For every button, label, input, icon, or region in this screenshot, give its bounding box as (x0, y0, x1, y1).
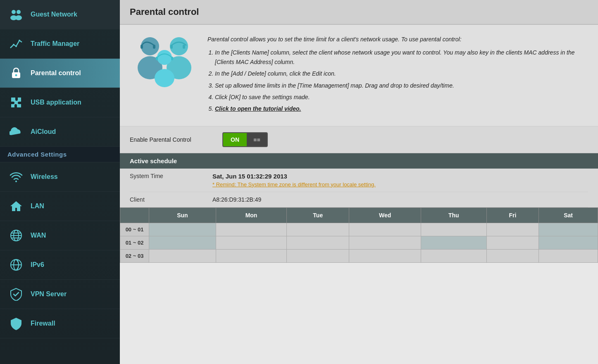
schedule-cell[interactable] (539, 236, 598, 249)
time-label: 00 ~ 01 (120, 223, 149, 236)
enable-control-row: Enable Parental Control ON ■■ (120, 126, 598, 153)
puzzle-icon (7, 94, 25, 111)
page-title: Parental control (120, 0, 598, 25)
table-row: 02 ~ 03 (120, 249, 598, 262)
sidebar-item-label: Traffic Manager (31, 40, 79, 48)
svg-point-5 (15, 45, 17, 47)
day-header-row: Sun Mon Tue Wed Thu Fri Sat (120, 207, 598, 223)
sidebar-item-guest-network[interactable]: Guest Network (0, 0, 120, 29)
steps-list: In the [Clients Name] column, select the… (215, 48, 586, 113)
schedule-header: Active schedule (120, 153, 598, 169)
toggle-switch[interactable]: ON ■■ (222, 132, 268, 147)
sidebar-item-usb-application[interactable]: USB application (0, 88, 120, 117)
schedule-section: Active schedule System Time Sat, Jun 15 … (120, 153, 598, 263)
toggle-off[interactable]: ■■ (247, 133, 267, 146)
sidebar-item-label: AiCloud (31, 128, 56, 136)
schedule-cell[interactable] (421, 236, 486, 249)
schedule-cell[interactable] (421, 223, 486, 236)
sidebar-item-label: IPv6 (31, 261, 44, 269)
svg-point-6 (19, 40, 20, 41)
table-row: 01 ~ 02 (120, 236, 598, 249)
description-intro: Parental control allows you to set the t… (207, 35, 586, 44)
sidebar-item-label: Firewall (31, 320, 55, 327)
sidebar-item-label: WAN (31, 232, 46, 239)
wed-header: Wed (349, 207, 421, 223)
schedule-cell[interactable] (539, 223, 598, 236)
schedule-info: System Time Sat, Jun 15 01:32:29 2013 * … (120, 169, 598, 207)
schedule-cell[interactable] (349, 223, 421, 236)
sidebar-item-aicloud[interactable]: AiCloud (0, 117, 120, 147)
time-header (120, 207, 149, 223)
sidebar-item-label: Guest Network (31, 11, 77, 18)
schedule-cell[interactable] (486, 236, 539, 249)
svg-point-23 (155, 69, 174, 87)
enable-label: Enable Parental Control (130, 136, 212, 143)
sidebar-item-lan[interactable]: LAN (0, 192, 120, 221)
toggle-on[interactable]: ON (223, 133, 247, 146)
sidebar-item-wireless[interactable]: Wireless (0, 162, 120, 192)
shield-icon (7, 315, 25, 332)
schedule-cell[interactable] (349, 236, 421, 249)
sidebar-item-label: LAN (31, 202, 44, 210)
svg-point-18 (141, 37, 159, 55)
schedule-cell[interactable] (287, 236, 349, 249)
client-label: Client (130, 196, 212, 203)
client-row: Client A8:26:D9:31:2B:49 (130, 192, 588, 207)
sun-header: Sun (149, 207, 216, 223)
schedule-grid: Sun Mon Tue Wed Thu Fri Sat 00 ~ 0101 ~ … (120, 207, 598, 263)
schedule-cell[interactable] (349, 249, 421, 262)
svg-rect-27 (183, 45, 185, 49)
schedule-cell[interactable] (216, 223, 286, 236)
sidebar-item-wan[interactable]: WAN (0, 221, 120, 250)
system-time-row: System Time Sat, Jun 15 01:32:29 2013 * … (130, 169, 588, 192)
system-time-value: Sat, Jun 15 01:32:29 2013 * Remind: The … (212, 173, 588, 188)
thu-header: Thu (421, 207, 486, 223)
svg-point-22 (157, 50, 172, 65)
schedule-cell[interactable] (421, 249, 486, 262)
home-icon (7, 197, 25, 215)
svg-point-3 (15, 15, 22, 20)
schedule-cell[interactable] (149, 236, 216, 249)
svg-point-8 (15, 74, 17, 76)
time-label: 01 ~ 02 (120, 236, 149, 249)
schedule-cell[interactable] (287, 223, 349, 236)
system-time-display: Sat, Jun 15 01:32:29 2013 (212, 173, 588, 180)
sidebar-item-vpn-server[interactable]: VPN Server (0, 280, 120, 309)
time-label: 02 ~ 03 (120, 249, 149, 262)
step-4: Click [OK] to save the settings made. (215, 93, 586, 102)
system-time-label: System Time (130, 173, 212, 179)
tue-header: Tue (287, 207, 349, 223)
sidebar-item-parental-control[interactable]: Parental control (0, 59, 120, 88)
sidebar-item-label: USB application (31, 99, 81, 106)
sidebar-item-label: Wireless (31, 173, 58, 181)
step-5[interactable]: Click to open the tutorial video. (215, 104, 586, 113)
wifi-icon (7, 168, 25, 186)
description-text: Parental control allows you to set the t… (207, 35, 586, 116)
sidebar-item-ipv6[interactable]: IPv6 (0, 250, 120, 280)
schedule-cell[interactable] (149, 223, 216, 236)
parental-control-image (131, 35, 198, 88)
svg-rect-26 (170, 45, 173, 49)
sat-header: Sat (539, 207, 598, 223)
svg-rect-29 (171, 57, 173, 60)
schedule-cell[interactable] (149, 249, 216, 262)
schedule-cell[interactable] (486, 249, 539, 262)
globe-icon (7, 227, 25, 244)
remind-text[interactable]: * Remind: The System time zone is differ… (212, 181, 588, 188)
sidebar-item-traffic-manager[interactable]: Traffic Manager (0, 29, 120, 59)
vpn-icon (7, 285, 25, 303)
sidebar-item-firewall[interactable]: Firewall (0, 309, 120, 338)
schedule-cell[interactable] (486, 223, 539, 236)
cloud-icon (7, 123, 25, 140)
mon-header: Mon (216, 207, 286, 223)
schedule-cell[interactable] (216, 249, 286, 262)
schedule-cell[interactable] (287, 249, 349, 262)
tutorial-video-link[interactable]: Click to open the tutorial video. (215, 105, 301, 112)
lock-icon (7, 64, 25, 82)
svg-rect-28 (156, 57, 158, 60)
schedule-cell[interactable] (539, 249, 598, 262)
sidebar-item-label: VPN Server (31, 290, 67, 298)
svg-point-0 (12, 10, 16, 14)
schedule-cell[interactable] (216, 236, 286, 249)
svg-point-1 (17, 10, 21, 14)
